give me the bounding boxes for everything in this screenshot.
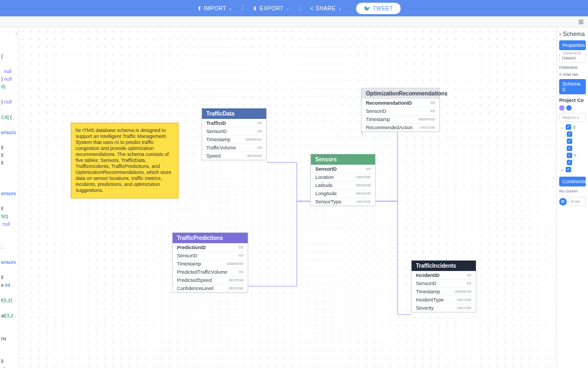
tree-root[interactable]: ⌄✓S [559,124,586,130]
tree-item[interactable]: ✓ [559,160,586,165]
table-add-icon[interactable]: ⊞ [578,18,584,26]
table-column-row[interactable]: Latitudedecimal [311,181,375,189]
table-column-row[interactable]: Locationvarchar [311,173,375,181]
table-header[interactable]: TrafficIncidents [412,261,476,271]
table-column-row[interactable]: ConfidenceLeveldecimal [173,284,248,292]
table-sensors[interactable]: Sensors SensorIDintLocationvarcharLatitu… [310,154,376,206]
table-trafficpredictions[interactable]: TrafficPredictions PredictionIDintSensor… [172,232,248,293]
column-type: int [258,145,262,150]
column-name: PredictedSpeed [177,277,212,283]
table-column-row[interactable]: TrafficIDint [202,119,266,127]
export-label: EXPORT [260,5,284,11]
column-name: Severity [416,305,434,311]
table-column-row[interactable]: PredictedTrafficVolumeint [173,268,248,276]
column-type: int [467,273,471,278]
schema-name-field[interactable]: Schema N Databri [559,53,586,63]
column-type: varchar [356,199,371,204]
column-name: SensorID [177,253,198,258]
tweet-button[interactable]: 🐦 TWEET [356,3,401,14]
column-type: int [366,166,371,172]
table-header[interactable]: Sensors [311,154,375,165]
chevron-down-icon: ⌄ [560,125,564,130]
share-label: SHARE [316,5,336,11]
tree-item[interactable]: ✓T [559,153,586,158]
table-column-row[interactable]: Timestampdatetime [173,260,248,268]
comment-input[interactable]: Ente [568,197,586,206]
tree-label: S [573,125,575,130]
checkbox-icon[interactable]: ✓ [567,160,572,165]
upload-icon: ⬆ [197,5,202,11]
table-header[interactable]: OptimizationRecommendations [362,88,439,99]
checkbox-icon[interactable]: ✓ [567,146,572,151]
table-column-row[interactable]: Speeddecimal [202,152,266,160]
column-type: varchar [356,174,371,180]
table-header[interactable]: TrafficData [202,108,266,119]
table-column-row[interactable]: SensorIDint [311,165,375,173]
column-name: PredictedTrafficVolume [177,269,228,275]
tree-root-2[interactable]: ⌄✓ [559,167,586,172]
checkbox-icon[interactable]: ✓ [566,124,571,130]
database-label: Database [559,65,586,70]
export-button[interactable]: ⬇ EXPORT ⌄ [243,5,299,11]
table-column-row[interactable]: Timestampdatetime [412,287,476,295]
checkbox-icon[interactable]: ✓ [566,167,571,172]
table-column-row[interactable]: IncidentTypevarchar [412,295,476,304]
panel-title-text: Schema [563,31,585,37]
table-header[interactable]: TrafficPredictions [173,233,248,243]
share-icon: < [310,5,313,11]
checkbox-icon[interactable]: ✓ [567,153,572,158]
import-label: IMPORT [204,5,226,11]
tree-item[interactable]: ✓ [559,138,586,144]
checkbox-icon[interactable]: ✓ [567,138,572,144]
panel-title[interactable]: › Schema [559,31,586,37]
column-name: IncidentID [416,273,440,278]
column-name: ConfidenceLevel [177,286,213,291]
table-column-row[interactable]: Timestampdatetime [362,115,439,123]
table-column-row[interactable]: Timestampdatetime [202,135,266,143]
table-column-row[interactable]: IncidentIDint [412,271,476,279]
share-button[interactable]: < SHARE ⌄ [300,5,352,11]
schema-note[interactable]: he ITMS database schema is designed to s… [71,123,179,198]
field-value: Databri [562,56,576,61]
chevron-down-icon: ⌄ [286,6,290,11]
table-column-row[interactable]: RecommendedActionvarchar [362,123,439,131]
sub-toolbar: ⊞ [0,16,588,27]
tree-item[interactable]: ✓ [559,146,586,151]
table-column-row[interactable]: PredictedSpeeddecimal [173,276,248,284]
checkbox-icon[interactable]: ✓ [567,131,572,137]
table-column-row[interactable]: RecommendationIDint [362,99,439,107]
table-column-row[interactable]: SensorIDint [412,279,476,287]
column-type: decimal [247,153,262,159]
color-dot-purple[interactable] [559,105,565,111]
table-column-row[interactable]: Longitudedecimal [311,189,375,197]
code-content: { null) null8) ) null C9] { ensors lllll… [1,52,17,368]
total-tables-text: 5 total tab [559,72,586,77]
properties-tab[interactable]: Properties [559,40,586,50]
table-trafficdata[interactable]: TrafficData TrafficIDintSensorIDintTimes… [201,108,267,160]
color-dot-blue[interactable] [566,105,572,111]
tree-item[interactable]: ✓ [559,131,586,137]
column-name: Timestamp [206,137,230,142]
download-icon: ⬇ [253,5,258,11]
column-type: int [239,253,243,258]
table-column-row[interactable]: TrafficVolumeint [202,143,266,152]
table-column-row[interactable]: SensorIDint [173,251,248,260]
table-optimizationrecommendations[interactable]: OptimizationRecommendations Recommendati… [361,88,440,132]
collapse-code-icon[interactable]: ‹ [15,29,17,37]
comments-header[interactable]: Comments [559,177,586,186]
table-column-row[interactable]: SensorIDint [202,127,266,135]
column-type: decimal [228,286,243,291]
schema-e-tab[interactable]: Schema E [559,79,586,94]
diagram-canvas[interactable]: he ITMS database schema is designed to s… [19,27,556,368]
column-name: Latitude [315,183,333,188]
import-button[interactable]: ⬆ IMPORT ⌄ [187,5,243,11]
table-column-row[interactable]: SensorIDint [362,107,439,115]
table-trafficincidents[interactable]: TrafficIncidents IncidentIDintSensorIDin… [411,260,476,312]
column-name: SensorID [416,281,437,286]
table-column-row[interactable]: SensorTypevarchar [311,197,375,206]
table-column-row[interactable]: PredictionIDint [173,243,248,251]
table-column-row[interactable]: Severityvarchar [412,304,476,312]
column-name: Location [315,174,334,180]
search-input[interactable]: Search s [559,113,586,122]
column-name: RecommendationID [366,100,412,106]
